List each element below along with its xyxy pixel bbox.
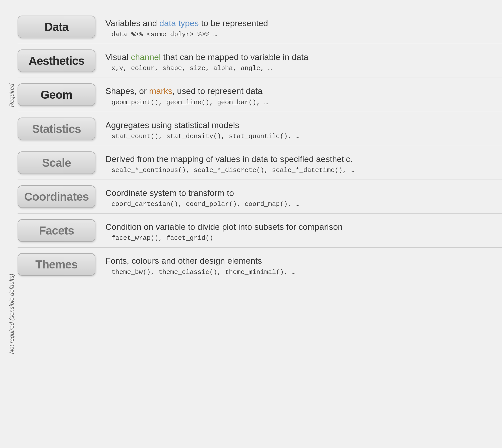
layer-code-coordinates: coord_cartesian(), coord_polar(), coord_… xyxy=(105,200,502,208)
layer-row-scale: ScaleDerived from the mapping of values … xyxy=(15,146,502,180)
layer-title-geom: Shapes, or marks, used to represent data xyxy=(105,85,502,96)
layer-box-scale: Scale xyxy=(18,151,95,174)
layers-column: DataVariables and data types to be repre… xyxy=(15,10,502,447)
layer-title-facets: Condition on variable to divide plot int… xyxy=(105,221,502,232)
layer-desc-facets: Condition on variable to divide plot int… xyxy=(95,219,502,242)
layer-box-label-scale: Scale xyxy=(42,156,71,170)
highlight-green-aesthetics: channel xyxy=(131,52,161,62)
layer-box-statistics: Statistics xyxy=(18,118,95,140)
page-wrapper: Required Not required (sensible defaults… xyxy=(0,10,502,447)
layer-title-aesthetics: Visual channel that can be mapped to var… xyxy=(105,51,502,63)
section-labels: Required Not required (sensible defaults… xyxy=(0,10,15,447)
not-required-label: Not required (sensible defaults) xyxy=(9,274,15,354)
layer-desc-statistics: Aggregates using statistical modelsstat_… xyxy=(95,118,502,140)
layer-desc-geom: Shapes, or marks, used to represent data… xyxy=(95,83,502,106)
layer-desc-scale: Derived from the mapping of values in da… xyxy=(95,151,502,174)
layer-box-label-geom: Geom xyxy=(41,88,72,101)
layer-code-themes: theme_bw(), theme_classic(), theme_minim… xyxy=(105,268,502,276)
required-label: Required xyxy=(9,84,15,107)
highlight-blue-data: data types xyxy=(159,18,199,28)
layer-desc-aesthetics: Visual channel that can be mapped to var… xyxy=(95,49,502,72)
highlight-orange-geom: marks xyxy=(149,86,172,96)
not-required-label-block: Not required (sensible defaults) xyxy=(0,181,15,447)
layer-code-facets: facet_wrap(), facet_grid() xyxy=(105,234,502,242)
layer-box-geom: Geom xyxy=(18,83,95,106)
layer-row-themes: ThemesFonts, colours and other design el… xyxy=(15,248,502,281)
layer-desc-coordinates: Coordinate system to transform tocoord_c… xyxy=(95,185,502,208)
layer-desc-themes: Fonts, colours and other design elements… xyxy=(95,253,502,276)
layer-row-aesthetics: AestheticsVisual channel that can be map… xyxy=(15,44,502,78)
layer-code-aesthetics: x,y, colour, shape, size, alpha, angle, … xyxy=(105,65,502,72)
layer-code-scale: scale_*_continous(), scale_*_discrete(),… xyxy=(105,166,502,174)
layer-row-data: DataVariables and data types to be repre… xyxy=(15,10,502,44)
layer-box-label-themes: Themes xyxy=(35,258,78,271)
layer-title-data: Variables and data types to be represent… xyxy=(105,18,502,29)
layer-desc-data: Variables and data types to be represent… xyxy=(95,16,502,38)
layer-title-statistics: Aggregates using statistical models xyxy=(105,120,502,131)
layer-row-coordinates: CoordinatesCoordinate system to transfor… xyxy=(15,180,502,213)
layer-box-aesthetics: Aesthetics xyxy=(18,49,95,72)
required-label-block: Required xyxy=(0,10,15,181)
layer-box-label-aesthetics: Aesthetics xyxy=(29,54,85,68)
layer-box-data: Data xyxy=(18,16,95,38)
layer-box-label-coordinates: Coordinates xyxy=(24,190,89,203)
layer-box-label-statistics: Statistics xyxy=(32,122,81,136)
layer-code-geom: geom_point(), geom_line(), geom_bar(), … xyxy=(105,99,502,106)
layer-box-facets: Facets xyxy=(18,219,95,242)
layer-code-data: data %>% <some dplyr> %>% … xyxy=(105,31,502,38)
layer-row-facets: FacetsCondition on variable to divide pl… xyxy=(15,214,502,247)
layer-title-coordinates: Coordinate system to transform to xyxy=(105,187,502,198)
layer-code-statistics: stat_count(), stat_density(), stat_quant… xyxy=(105,133,502,140)
layer-title-themes: Fonts, colours and other design elements xyxy=(105,255,502,266)
layer-box-themes: Themes xyxy=(18,253,95,276)
layer-title-scale: Derived from the mapping of values in da… xyxy=(105,153,502,164)
layer-row-geom: GeomShapes, or marks, used to represent … xyxy=(15,78,502,111)
layer-box-label-facets: Facets xyxy=(39,224,74,237)
layer-row-statistics: StatisticsAggregates using statistical m… xyxy=(15,112,502,146)
layer-box-coordinates: Coordinates xyxy=(18,185,95,208)
layer-box-label-data: Data xyxy=(44,20,69,34)
